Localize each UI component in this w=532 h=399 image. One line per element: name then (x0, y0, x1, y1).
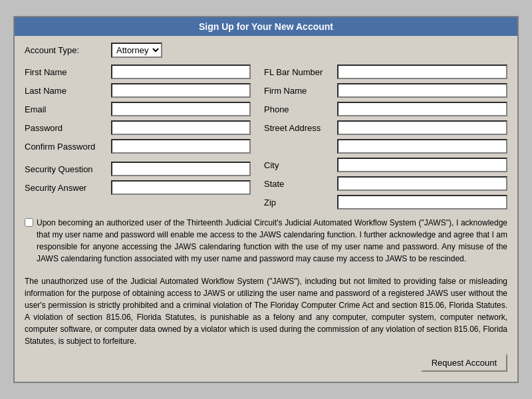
security-answer-label: Security Answer (25, 183, 111, 193)
fl-bar-number-input[interactable] (337, 65, 507, 79)
first-name-label: First Name (25, 67, 111, 77)
state-label: State (264, 179, 337, 189)
confirm-password-label: Confirm Password (25, 142, 111, 152)
email-input[interactable] (111, 102, 251, 116)
street-address-label: Street Address (264, 123, 337, 133)
form-title: Sign Up for Your New Account (15, 17, 517, 36)
security-question-input[interactable] (111, 162, 251, 176)
confirm-password-input[interactable] (111, 139, 251, 154)
legal-text-1: Upon becoming an authorized user of the … (37, 217, 507, 265)
signup-form: Sign Up for Your New Account Account Typ… (13, 16, 519, 383)
phone-input[interactable] (337, 102, 507, 116)
firm-name-label: Firm Name (264, 86, 337, 96)
security-answer-input[interactable] (111, 180, 251, 195)
security-question-label: Security Question (25, 164, 111, 174)
street-address-input[interactable] (337, 120, 507, 135)
email-label: Email (25, 104, 111, 114)
firm-name-input[interactable] (337, 83, 507, 98)
agreement-checkbox[interactable] (25, 218, 33, 227)
state-input[interactable] (337, 176, 507, 191)
city-input[interactable] (337, 158, 507, 172)
last-name-input[interactable] (111, 83, 251, 98)
account-type-select[interactable]: Attorney Judge Staff Other (111, 43, 162, 58)
phone-label: Phone (264, 104, 337, 114)
last-name-label: Last Name (25, 86, 111, 96)
street-address-2-input[interactable] (337, 139, 507, 154)
account-type-label: Account Type: (25, 45, 111, 55)
legal-text-2: The unauthorized use of the Judicial Aut… (25, 275, 507, 347)
city-label: City (264, 160, 337, 170)
request-account-button[interactable]: Request Account (421, 354, 507, 372)
password-input[interactable] (111, 120, 251, 135)
password-label: Password (25, 123, 111, 133)
first-name-input[interactable] (111, 65, 251, 79)
zip-input[interactable] (337, 195, 507, 209)
zip-label: Zip (264, 198, 337, 207)
fl-bar-number-label: FL Bar Number (264, 67, 337, 77)
